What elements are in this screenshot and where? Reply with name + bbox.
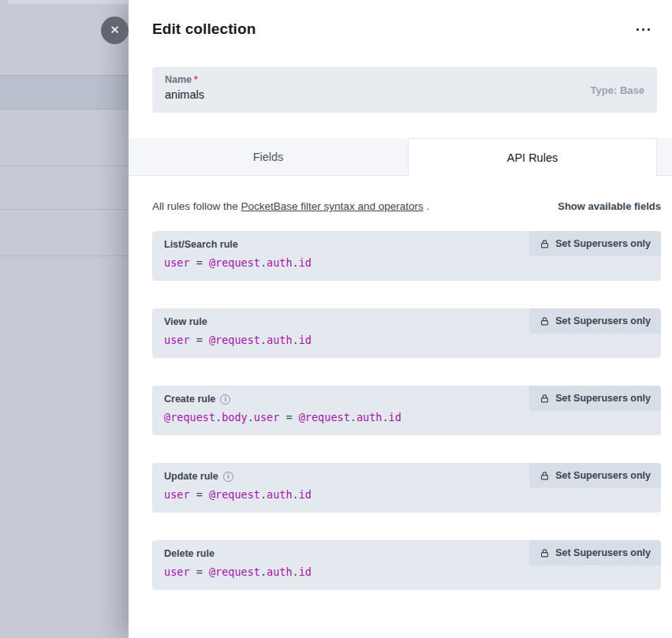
rule-expression-input[interactable]: user = @request.auth.id bbox=[164, 488, 649, 501]
rule-box-view: Set Superusers only View rule user = @re… bbox=[152, 308, 661, 358]
background-row-divider bbox=[0, 166, 129, 166]
lock-icon bbox=[539, 239, 550, 249]
rule-box-create: Set Superusers only Create rule i @reque… bbox=[152, 386, 661, 435]
rule-expression-input[interactable]: @request.body.user = @request.auth.id bbox=[164, 411, 649, 423]
rule-label: Update rule bbox=[164, 471, 218, 482]
panel-header: Edit collection bbox=[129, 0, 672, 38]
close-icon: ✕ bbox=[110, 24, 120, 36]
rule-box-update: Set Superusers only Update rule i user =… bbox=[152, 463, 661, 513]
dimmed-background-page bbox=[0, 0, 129, 638]
background-row-divider bbox=[0, 209, 129, 210]
lock-icon bbox=[539, 548, 550, 558]
intro-prefix: All rules follow the bbox=[152, 200, 241, 212]
rules-intro-text: All rules follow the PocketBase filter s… bbox=[152, 200, 429, 212]
filter-syntax-link[interactable]: PocketBase filter syntax and operators bbox=[241, 200, 424, 212]
page-title: Edit collection bbox=[152, 21, 256, 38]
tab-api-rules[interactable]: API Rules bbox=[408, 138, 657, 177]
tab-fields-label: Fields bbox=[253, 151, 284, 163]
lock-icon bbox=[539, 471, 550, 481]
rule-expression-input[interactable]: user = @request.auth.id bbox=[164, 334, 649, 346]
rule-box-delete: Set Superusers only Delete rule user = @… bbox=[152, 540, 661, 590]
set-superusers-label: Set Superusers only bbox=[555, 238, 651, 249]
more-options-button[interactable] bbox=[635, 24, 651, 35]
tab-api-rules-label: API Rules bbox=[507, 151, 558, 164]
rule-expression-input[interactable]: user = @request.auth.id bbox=[164, 256, 649, 269]
tab-fields[interactable]: Fields bbox=[129, 138, 408, 176]
horizontal-dots-icon bbox=[637, 28, 650, 31]
required-asterisk: * bbox=[194, 74, 198, 85]
api-rules-content: All rules follow the PocketBase filter s… bbox=[129, 177, 672, 617]
rule-label: View rule bbox=[164, 316, 207, 327]
set-superusers-button[interactable]: Set Superusers only bbox=[529, 540, 661, 565]
rule-label: Create rule bbox=[164, 394, 215, 405]
set-superusers-label: Set Superusers only bbox=[555, 547, 651, 558]
close-button[interactable]: ✕ bbox=[101, 17, 129, 44]
rule-label: List/Search rule bbox=[164, 239, 238, 250]
rules-intro-row: All rules follow the PocketBase filter s… bbox=[152, 200, 661, 212]
background-row-divider bbox=[0, 256, 129, 256]
info-icon: i bbox=[220, 394, 230, 405]
name-label: Name bbox=[165, 74, 192, 85]
rule-box-list-search: Set Superusers only List/Search rule use… bbox=[152, 231, 661, 281]
collection-type-text: Type: Base bbox=[591, 84, 644, 96]
lock-icon bbox=[539, 316, 550, 326]
set-superusers-button[interactable]: Set Superusers only bbox=[529, 463, 661, 488]
set-superusers-button[interactable]: Set Superusers only bbox=[529, 231, 661, 256]
tab-bar: Fields API Rules bbox=[129, 138, 672, 176]
lock-icon bbox=[539, 394, 550, 404]
name-field-label-row: Name * bbox=[165, 74, 644, 85]
name-field[interactable]: Name * Type: Base bbox=[152, 67, 657, 113]
set-superusers-label: Set Superusers only bbox=[555, 315, 651, 326]
background-header-strip bbox=[8, 0, 129, 4]
set-superusers-label: Set Superusers only bbox=[555, 470, 651, 481]
info-icon: i bbox=[223, 472, 233, 482]
background-table-row bbox=[0, 75, 129, 110]
set-superusers-label: Set Superusers only bbox=[555, 393, 651, 404]
set-superusers-button[interactable]: Set Superusers only bbox=[529, 386, 661, 411]
name-input[interactable] bbox=[165, 88, 496, 101]
show-available-fields-button[interactable]: Show available fields bbox=[558, 200, 661, 212]
rule-label: Delete rule bbox=[164, 548, 215, 559]
intro-suffix: . bbox=[424, 200, 430, 212]
edit-collection-panel: Edit collection Name * Type: Base Fields… bbox=[129, 0, 672, 638]
rule-expression-input[interactable]: user = @request.auth.id bbox=[164, 565, 649, 578]
set-superusers-button[interactable]: Set Superusers only bbox=[529, 308, 661, 334]
